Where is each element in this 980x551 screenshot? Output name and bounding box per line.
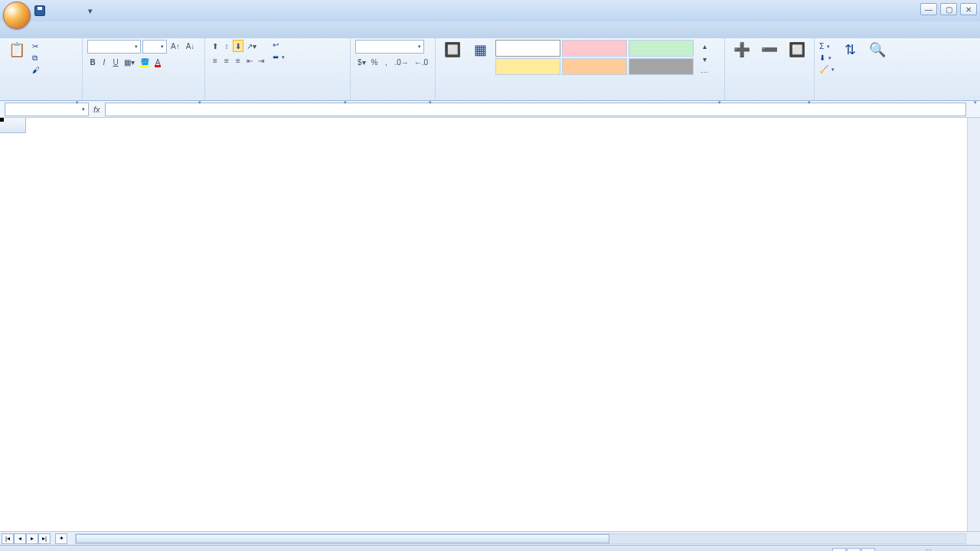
zoom-out-button[interactable]: − [881, 549, 886, 552]
copy-button[interactable]: ⧉ [32, 54, 41, 63]
decrease-decimal-button[interactable]: ←.0 [412, 56, 430, 68]
fill-button[interactable]: ⬇ ▾ [819, 54, 835, 62]
office-button[interactable] [3, 2, 31, 29]
qat-customize-button[interactable]: ▾ [84, 5, 96, 17]
styles-more[interactable]: ⋯ [698, 66, 710, 78]
ribbon-group-editing: Σ ▾ ⬇ ▾ 🧹 ▾ ⇅ 🔍 [815, 38, 980, 100]
percent-button[interactable]: % [369, 56, 381, 68]
fx-icon[interactable]: fx [93, 105, 100, 114]
merge-center-button[interactable]: ⬌ ▾ [273, 53, 285, 61]
brush-icon: 🖌 [32, 66, 40, 74]
find-select-button[interactable]: 🔍 [865, 40, 890, 63]
group-label-editing [819, 99, 975, 99]
sheet-nav-next[interactable]: ▸ [26, 533, 38, 544]
merge-icon: ⬌ [273, 53, 279, 61]
cell-styles-gallery[interactable] [495, 40, 694, 75]
new-sheet-button[interactable]: ✦ [55, 533, 67, 544]
ribbon: 📋 ✂ ⧉ 🖌 ▾ ▾ A↑ A↓ B I U ▦▾ [0, 38, 980, 101]
underline-button[interactable]: U [110, 56, 121, 68]
align-left-button[interactable]: ≡ [210, 54, 220, 67]
sort-filter-button[interactable]: ⇅ [838, 40, 862, 63]
number-format-selector[interactable]: ▾ [355, 40, 424, 54]
border-button[interactable]: ▦▾ [122, 56, 137, 68]
spreadsheet-grid[interactable] [0, 118, 980, 531]
column-headers [26, 118, 967, 133]
delete-cells-button[interactable]: ➖ [757, 40, 782, 63]
comma-button[interactable]: , [381, 56, 391, 68]
decrease-indent-button[interactable]: ⇤ [244, 54, 255, 67]
styles-scroll-down[interactable]: ▾ [698, 53, 710, 65]
view-layout-button[interactable] [847, 548, 861, 552]
window-controls: — ▢ ✕ [920, 3, 977, 15]
ribbon-group-alignment: ⬆ ↕ ⬇ ↗▾ ≡ ≡ ≡ ⇤ ⇥ ↩ ⬌ ▾ [205, 38, 351, 100]
currency-button[interactable]: $▾ [355, 56, 368, 68]
font-size-selector[interactable]: ▾ [142, 40, 167, 54]
formula-input[interactable] [105, 103, 966, 116]
style-good[interactable] [629, 40, 694, 57]
align-center-button[interactable]: ≡ [221, 54, 232, 67]
format-icon: 🔲 [788, 41, 806, 60]
horizontal-scrollbar[interactable] [75, 533, 966, 544]
paste-button[interactable]: 📋 [5, 40, 29, 63]
cond-format-icon: 🔲 [443, 41, 462, 60]
style-bad[interactable] [562, 40, 627, 57]
row-headers [0, 133, 26, 531]
sheet-nav-last[interactable]: ▸| [38, 533, 51, 544]
hscroll-thumb[interactable] [76, 534, 609, 543]
style-check-cell[interactable] [629, 58, 694, 75]
style-neutral[interactable] [495, 58, 560, 75]
group-label-alignment [210, 99, 345, 99]
sheet-nav-first[interactable]: |◂ [2, 533, 14, 544]
close-button[interactable]: ✕ [960, 3, 977, 15]
minimize-button[interactable]: — [920, 3, 937, 15]
increase-indent-button[interactable]: ⇥ [256, 54, 266, 67]
qat-undo-button[interactable] [51, 5, 63, 17]
ribbon-group-font: ▾ ▾ A↑ A↓ B I U ▦▾ 🪣 A [83, 38, 205, 100]
vertical-scrollbar[interactable] [967, 118, 980, 531]
save-icon [34, 5, 45, 16]
font-name-selector[interactable]: ▾ [87, 40, 141, 54]
ribbon-group-clipboard: 📋 ✂ ⧉ 🖌 [0, 38, 83, 100]
style-calculation[interactable] [562, 58, 627, 75]
delete-icon: ➖ [760, 41, 779, 60]
maximize-button[interactable]: ▢ [940, 3, 957, 15]
bold-button[interactable]: B [87, 56, 98, 68]
grow-font-button[interactable]: A↑ [168, 40, 182, 52]
format-cells-button[interactable]: 🔲 [785, 40, 809, 63]
insert-cells-button[interactable]: ➕ [730, 40, 754, 63]
wrap-text-button[interactable]: ↩ [273, 41, 285, 49]
select-all-corner[interactable] [0, 118, 26, 133]
cells-area[interactable] [26, 133, 967, 531]
clear-icon: 🧹 [819, 65, 828, 73]
align-right-button[interactable]: ≡ [233, 54, 243, 67]
align-top-button[interactable]: ⬆ [210, 40, 220, 52]
format-as-table-button[interactable]: ▦ [468, 40, 492, 63]
style-normal[interactable] [495, 40, 560, 57]
sheet-nav-prev[interactable]: ◂ [14, 533, 26, 544]
sort-icon: ⇅ [841, 41, 859, 60]
fill-color-button[interactable]: 🪣 [138, 56, 152, 68]
clear-button[interactable]: 🧹 ▾ [819, 65, 835, 73]
group-label-number [355, 99, 430, 99]
orientation-button[interactable]: ↗▾ [244, 40, 259, 52]
autosum-button[interactable]: Σ ▾ [819, 42, 835, 51]
qat-save-button[interactable] [34, 5, 46, 17]
conditional-formatting-button[interactable]: 🔲 [440, 40, 465, 63]
find-icon: 🔍 [868, 41, 887, 60]
zoom-in-button[interactable]: + [969, 549, 974, 552]
view-pagebreak-button[interactable] [861, 548, 875, 552]
italic-button[interactable]: I [99, 56, 109, 68]
ribbon-tabs [0, 21, 980, 38]
sigma-icon: Σ [819, 42, 824, 51]
increase-decimal-button[interactable]: .0→ [392, 56, 410, 68]
qat-redo-button[interactable] [67, 5, 80, 17]
styles-scroll-up[interactable]: ▴ [698, 40, 710, 52]
shrink-font-button[interactable]: A↓ [184, 40, 198, 52]
table-icon: ▦ [471, 41, 489, 60]
align-bottom-button[interactable]: ⬇ [233, 40, 243, 52]
cut-button[interactable]: ✂ [32, 42, 41, 51]
format-painter-button[interactable]: 🖌 [32, 66, 41, 74]
align-middle-button[interactable]: ↕ [221, 40, 232, 52]
font-color-button[interactable]: A [152, 56, 163, 68]
view-normal-button[interactable] [832, 548, 846, 552]
